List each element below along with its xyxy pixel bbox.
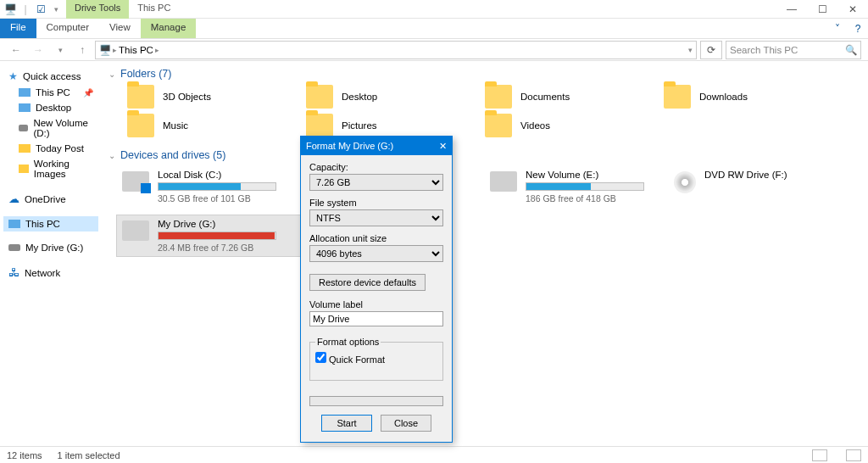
chevron-down-icon: ⌄ bbox=[108, 151, 115, 160]
start-button[interactable]: Start bbox=[321, 415, 372, 432]
drive-mydrive-g[interactable]: My Drive (G:) 28.4 MB free of 7.26 GB bbox=[117, 215, 301, 256]
dialog-close-icon[interactable]: ✕ bbox=[439, 141, 447, 152]
pc-icon: 🖥️ bbox=[99, 44, 111, 56]
folder-icon bbox=[306, 114, 333, 137]
forward-button[interactable]: → bbox=[29, 41, 47, 59]
drive-icon bbox=[122, 220, 149, 241]
pin-icon: 📌 bbox=[83, 88, 93, 98]
breadcrumb-thispc[interactable]: This PC bbox=[119, 45, 153, 55]
tab-file[interactable]: File bbox=[0, 19, 36, 38]
capacity-bar bbox=[158, 182, 276, 191]
allocation-select[interactable]: 4096 bytes bbox=[309, 245, 443, 262]
format-options-group: Format options Quick Format bbox=[309, 337, 443, 381]
drive-icon bbox=[19, 125, 28, 131]
sidebar-this-pc[interactable]: This PC bbox=[3, 216, 98, 232]
breadcrumb[interactable]: 🖥️ ▸ This PC ▸ ▾ bbox=[95, 41, 697, 59]
search-input[interactable]: Search This PC 🔍 bbox=[726, 41, 861, 59]
dialog-title: Format My Drive (G:) bbox=[306, 141, 393, 151]
filesystem-label: File system bbox=[309, 198, 443, 208]
folder-videos[interactable]: Videos bbox=[485, 114, 664, 137]
tab-computer[interactable]: Computer bbox=[36, 19, 100, 38]
sidebar-newvol[interactable]: New Volume (D:) bbox=[3, 115, 98, 141]
volume-label-input[interactable] bbox=[309, 311, 443, 326]
dvd-icon bbox=[674, 171, 696, 193]
sidebar-mydrive[interactable]: My Drive (G:) bbox=[3, 240, 98, 255]
restore-defaults-button[interactable]: Restore device defaults bbox=[309, 274, 426, 291]
refresh-button[interactable]: ⟳ bbox=[700, 41, 722, 59]
ribbon-collapse-icon[interactable]: ˅ bbox=[827, 19, 848, 38]
view-large-icons-button[interactable] bbox=[846, 449, 861, 461]
pc-icon bbox=[19, 88, 31, 97]
format-options-label: Format options bbox=[315, 337, 381, 347]
status-selected-count: 1 item selected bbox=[58, 450, 120, 460]
sidebar-thispc-pin[interactable]: This PC📌 bbox=[3, 85, 98, 100]
ribbon-tabs: File Computer View Manage ˅ ? bbox=[0, 19, 868, 39]
help-icon[interactable]: ? bbox=[848, 19, 868, 38]
drive-newvol-e[interactable]: New Volume (E:) 186 GB free of 418 GB bbox=[485, 166, 669, 207]
folder-icon bbox=[664, 85, 691, 109]
folder-downloads[interactable]: Downloads bbox=[664, 85, 843, 109]
drive-local-c[interactable]: Local Disk (C:) 30.5 GB free of 101 GB bbox=[117, 166, 301, 207]
folder-icon bbox=[306, 85, 333, 109]
star-icon: ★ bbox=[8, 70, 18, 82]
back-button[interactable]: ← bbox=[7, 41, 25, 59]
section-drives-header[interactable]: ⌄Devices and drives (5) bbox=[102, 146, 868, 165]
close-button[interactable]: ✕ bbox=[837, 0, 868, 19]
folder-3d-objects[interactable]: 3D Objects bbox=[127, 85, 306, 109]
status-item-count: 12 items bbox=[7, 450, 42, 460]
window-title: This PC bbox=[129, 0, 179, 19]
tab-view[interactable]: View bbox=[99, 19, 141, 38]
folder-icon bbox=[19, 165, 29, 173]
close-button[interactable]: Close bbox=[381, 415, 431, 432]
folder-icon bbox=[19, 144, 31, 153]
navigation-pane: ★Quick access This PC📌 Desktop New Volum… bbox=[0, 61, 102, 446]
folder-icon bbox=[127, 114, 154, 137]
title-bar: 🖥️ | ☑ ▾ Drive Tools This PC — ☐ ✕ bbox=[0, 0, 868, 19]
contextual-tab-label: Drive Tools bbox=[66, 0, 129, 19]
status-bar: 12 items 1 item selected bbox=[0, 446, 868, 463]
drive-dvd-f[interactable]: DVD RW Drive (F:) bbox=[669, 166, 853, 207]
qat-divider: | bbox=[19, 3, 32, 16]
network-icon: 🖧 bbox=[8, 266, 19, 279]
sidebar-quick-access[interactable]: ★Quick access bbox=[3, 68, 98, 85]
sidebar-desktop[interactable]: Desktop bbox=[3, 100, 98, 115]
quick-format-checkbox[interactable]: Quick Format bbox=[315, 352, 437, 365]
qat-dropdown-icon[interactable]: ▾ bbox=[49, 3, 63, 16]
folder-icon bbox=[485, 85, 512, 109]
format-progress-bar bbox=[309, 396, 443, 406]
minimize-button[interactable]: — bbox=[776, 0, 807, 19]
up-button[interactable]: ↑ bbox=[73, 41, 92, 59]
sidebar-working[interactable]: Working Images bbox=[3, 156, 98, 181]
sidebar-today[interactable]: Today Post bbox=[3, 141, 98, 156]
folder-pictures[interactable]: Pictures bbox=[306, 114, 485, 137]
sidebar-network[interactable]: 🖧Network bbox=[3, 264, 98, 282]
folder-icon bbox=[127, 85, 154, 109]
app-icon: 🖥️ bbox=[3, 3, 17, 16]
view-details-button[interactable] bbox=[812, 449, 827, 461]
folder-desktop[interactable]: Desktop bbox=[306, 85, 485, 109]
dialog-title-bar[interactable]: Format My Drive (G:) ✕ bbox=[301, 137, 452, 155]
chevron-down-icon: ⌄ bbox=[108, 70, 115, 79]
os-drive-icon bbox=[122, 171, 149, 192]
sidebar-onedrive[interactable]: ☁OneDrive bbox=[3, 190, 98, 208]
capacity-select[interactable]: 7.26 GB bbox=[309, 174, 443, 191]
content-pane: ⌄Folders (7) 3D Objects Desktop Document… bbox=[102, 61, 868, 446]
tab-manage[interactable]: Manage bbox=[141, 19, 197, 38]
recent-dropdown[interactable]: ▾ bbox=[51, 41, 70, 59]
folder-music[interactable]: Music bbox=[127, 114, 306, 137]
desktop-icon bbox=[19, 103, 31, 112]
folder-documents[interactable]: Documents bbox=[485, 85, 664, 109]
maximize-button[interactable]: ☐ bbox=[807, 0, 837, 19]
capacity-label: Capacity: bbox=[309, 162, 443, 172]
search-icon: 🔍 bbox=[845, 44, 857, 56]
format-dialog: Format My Drive (G:) ✕ Capacity: 7.26 GB… bbox=[300, 136, 453, 443]
section-folders-header[interactable]: ⌄Folders (7) bbox=[102, 64, 868, 83]
capacity-bar bbox=[526, 182, 644, 191]
drive-icon bbox=[8, 244, 20, 251]
qat-properties-icon[interactable]: ☑ bbox=[34, 3, 47, 16]
filesystem-select[interactable]: NTFS bbox=[309, 209, 443, 226]
address-bar: ← → ▾ ↑ 🖥️ ▸ This PC ▸ ▾ ⟳ Search This P… bbox=[0, 39, 868, 61]
capacity-bar bbox=[158, 232, 276, 240]
pc-icon bbox=[8, 220, 20, 228]
address-dropdown-icon[interactable]: ▾ bbox=[688, 46, 693, 54]
